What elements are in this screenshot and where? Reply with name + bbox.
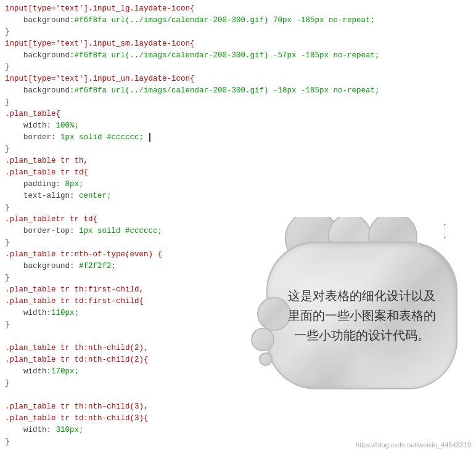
code-line: width: 100%; (5, 120, 471, 132)
code-line: input[type='text'].input_lg.laydate-icon… (5, 3, 471, 15)
cloud-bubble: 这是对表格的细化设计以及里面的一些小图案和表格的一些小功能的设计代码。 (248, 223, 458, 383)
url-watermark: https://blog.csdn.net/weixin_44543219 (356, 441, 471, 449)
code-line: input[type='text'].input_un.laydate-icon… (5, 73, 471, 85)
code-line: .plan_table tr td{ (5, 167, 471, 179)
code-line: } (5, 62, 471, 73)
code-line: input[type='text'].input_sm.laydate-icon… (5, 38, 471, 50)
code-line: } (5, 97, 471, 108)
code-line: background:#f6f8fa url(../imags/calendar… (5, 15, 471, 26)
cloud-body: 这是对表格的细化设计以及里面的一些小图案和表格的一些小功能的设计代码。 (266, 242, 458, 389)
code-line: } (5, 26, 471, 38)
code-line: } (5, 144, 471, 155)
cloud-text: 这是对表格的细化设计以及里面的一些小图案和表格的一些小功能的设计代码。 (268, 274, 456, 357)
speech-bubble-area: ↑ ↓ 这是对表格的细化设计以及里面的一些小图案和表格的一些小功能的设计代码。 (229, 217, 476, 451)
code-line: .plan_table tr th, (5, 155, 471, 167)
code-line: background:#f6f8fa url(../imags/calendar… (5, 85, 471, 97)
code-line: background:#f6f8fa url(../imags/calendar… (5, 50, 471, 62)
code-line: text-align: center; (5, 190, 471, 202)
code-line: padding: 8px; (5, 179, 471, 190)
code-line: .plan_table{ (5, 108, 471, 120)
code-line: } (5, 202, 471, 214)
code-line: border: 1px solid #cccccc; (5, 132, 471, 144)
